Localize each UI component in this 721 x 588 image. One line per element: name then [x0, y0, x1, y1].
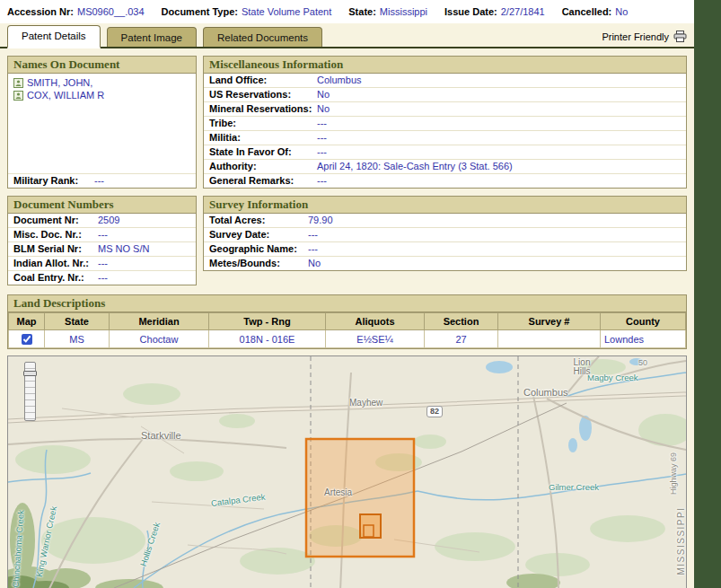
document-nr-label: Document Nr: [13, 215, 98, 225]
mineral-reservations-row: Mineral Reservations:No [204, 102, 686, 117]
tribe-label: Tribe: [209, 118, 317, 128]
col-section: Section [425, 313, 498, 330]
map-canvas [8, 356, 686, 588]
cell-meridian: Choctaw [110, 330, 209, 348]
metes-bounds-label: Metes/Bounds: [209, 259, 308, 268]
names-panel-title: Names On Document [8, 57, 196, 74]
patentee-icon [13, 91, 23, 101]
cell-county: Lowndes [601, 330, 686, 348]
geographic-name-row: Geographic Name:--- [204, 242, 686, 257]
misc-doc-nr-value: --- [98, 230, 108, 240]
map-label-starkville: Starkville [141, 430, 181, 441]
misc-doc-nr-label: Misc. Doc. Nr.: [13, 230, 98, 240]
indian-allot-nr-value: --- [98, 259, 108, 268]
blm-serial-nr-label: BLM Serial Nr: [13, 244, 98, 254]
state-label: State: [348, 6, 376, 18]
general-remarks-value: --- [317, 176, 327, 186]
land-descriptions-panel: Land Descriptions Map State Meridian Twp… [7, 294, 687, 349]
land-descriptions-table: Map State Meridian Twp - Rng Aliquots Se… [8, 312, 686, 348]
printer-friendly-link[interactable]: Printer Friendly [602, 31, 687, 47]
document-type-value: State Volume Patent [242, 6, 331, 18]
state-field: State: Mississippi [348, 6, 427, 18]
total-acres-value: 79.90 [308, 215, 333, 225]
land-office-row: Land Office:Columbus [204, 74, 686, 88]
military-rank-value: --- [94, 176, 104, 186]
mineral-reservations-label: Mineral Reservations: [209, 104, 317, 114]
table-header-row: Map State Meridian Twp - Rng Aliquots Se… [9, 313, 686, 330]
coal-entry-nr-label: Coal Entry. Nr.: [13, 273, 98, 283]
glo-patent-details-page: Accession Nr: MS0960__.034 Document Type… [0, 0, 694, 588]
survey-date-label: Survey Date: [209, 230, 308, 240]
map-checkbox[interactable] [22, 334, 32, 345]
route-82-shield: 82 [426, 406, 443, 417]
issue-date-field: Issue Date: 2/27/1841 [444, 6, 545, 18]
general-remarks-row: General Remarks:--- [204, 174, 686, 188]
geographic-name-value: --- [308, 244, 318, 254]
col-survey-nr: Survey # [498, 313, 601, 330]
misc-doc-nr-row: Misc. Doc. Nr.:--- [8, 228, 196, 242]
survey-date-row: Survey Date:--- [204, 228, 686, 242]
coal-entry-nr-value: --- [98, 273, 108, 283]
metes-bounds-row: Metes/Bounds:No [204, 257, 686, 270]
map-label-gilmer-creek: Gilmer Creek [549, 482, 599, 492]
tab-related-documents[interactable]: Related Documents [203, 27, 322, 47]
map-label-mississippi: MISSISSIPPI [676, 507, 686, 575]
coal-entry-nr-row: Coal Entry. Nr.:--- [8, 271, 196, 285]
us-reservations-label: US Reservations: [209, 90, 317, 100]
tab-patent-image[interactable]: Patent Image [107, 27, 197, 47]
us-reservations-row: US Reservations:No [204, 88, 686, 102]
cell-twp-rng: 018N - 016E [209, 330, 326, 348]
accession-field: Accession Nr: MS0960__.034 [7, 6, 145, 18]
printer-icon [673, 31, 687, 42]
military-rank-label: Military Rank: [13, 176, 94, 186]
cell-section: 27 [425, 330, 498, 348]
issue-date-value: 2/27/1841 [501, 6, 545, 18]
authority-value: April 24, 1820: Sale-Cash Entry (3 Stat.… [317, 162, 513, 171]
militia-value: --- [317, 133, 327, 143]
authority-row: Authority:April 24, 1820: Sale-Cash Entr… [204, 160, 686, 174]
map-label-magby-creek: Magby Creek [587, 373, 638, 382]
militia-label: Militia: [209, 133, 317, 143]
map-label-artesia: Artesia [324, 487, 352, 497]
map-zoom-slider[interactable] [24, 362, 36, 421]
document-type-label: Document Type: [162, 6, 238, 18]
land-description-map[interactable]: Starkville Mayhew Columbus Artesia Lion … [7, 355, 687, 588]
accession-label: Accession Nr: [7, 6, 74, 18]
col-meridian: Meridian [110, 313, 209, 330]
military-rank-row: Military Rank: --- [8, 173, 196, 188]
map-label-columbus: Columbus [523, 387, 568, 398]
land-panel-title: Land Descriptions [8, 295, 686, 312]
patentee-list: SMITH, JOHN, COX, WILLIAM R [8, 74, 196, 173]
survey-information-panel: Survey Information Total Acres:79.90 Sur… [203, 196, 687, 271]
route-50-label: 50 [638, 358, 647, 367]
col-aliquots: Aliquots [326, 313, 425, 330]
main-content: Names On Document SMITH, JOHN, [0, 48, 694, 588]
cancelled-label: Cancelled: [562, 6, 612, 18]
us-reservations-value: No [317, 90, 330, 100]
table-row: MS Choctaw 018N - 016E E½SE¼ 27 Lowndes [9, 330, 686, 348]
tab-patent-details[interactable]: Patent Details [7, 25, 101, 48]
survey-date-value: --- [308, 230, 318, 240]
map-label-mayhew: Mayhew [349, 398, 382, 408]
tribe-value: --- [317, 118, 327, 128]
patentee-name-link[interactable]: SMITH, JOHN, [27, 77, 92, 89]
tribe-row: Tribe:--- [204, 117, 686, 131]
state-value: Mississippi [380, 6, 427, 18]
names-on-document-panel: Names On Document SMITH, JOHN, [7, 56, 197, 189]
indian-allot-nr-row: Indian Allot. Nr.:--- [8, 257, 196, 271]
state-in-favor-value: --- [317, 147, 327, 157]
misc-panel-title: Miscellaneous Information [204, 57, 686, 74]
survey-panel-title: Survey Information [204, 197, 686, 214]
patentee-name-link[interactable]: COX, WILLIAM R [27, 90, 104, 101]
document-type-field: Document Type: State Volume Patent [162, 6, 332, 18]
accession-value: MS0960__.034 [77, 6, 145, 18]
total-acres-label: Total Acres: [209, 215, 308, 225]
document-nr-value: 2509 [98, 215, 119, 225]
cell-state: MS [45, 330, 110, 348]
cancelled-value: No [615, 6, 628, 18]
col-map: Map [9, 313, 45, 330]
township-highlight [306, 439, 414, 557]
state-in-favor-row: State In Favor Of:--- [204, 145, 686, 160]
mineral-reservations-value: No [317, 104, 330, 114]
zoom-slider-handle[interactable] [23, 371, 37, 376]
